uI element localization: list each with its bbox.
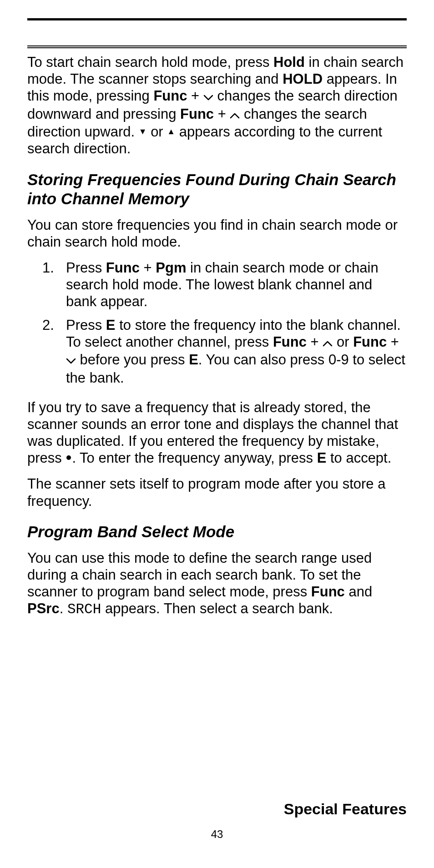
- dot-icon: [66, 455, 71, 460]
- text: or: [333, 334, 353, 350]
- text: +: [387, 334, 399, 350]
- numbered-list: Press Func + Pgm in chain search mode or…: [27, 259, 407, 386]
- page-number: 43: [0, 828, 434, 841]
- text: .: [60, 601, 67, 616]
- triangle-down-icon: ▼: [139, 127, 147, 137]
- heading-storing-frequencies: Storing Frequencies Found During Chain S…: [27, 170, 407, 208]
- func-label: Func: [180, 106, 214, 122]
- e-label: E: [106, 317, 116, 333]
- chevron-down-icon: [203, 88, 213, 105]
- text: +: [187, 88, 203, 104]
- psrc-label: PSrc: [27, 601, 60, 616]
- text: To start chain search hold mode, press: [27, 54, 273, 70]
- text: +: [307, 334, 323, 350]
- list-item: Press E to store the frequency into the …: [66, 317, 407, 386]
- pgm-label: Pgm: [156, 260, 186, 276]
- text: and: [345, 584, 372, 600]
- footer-section-title: Special Features: [284, 800, 407, 818]
- text: +: [214, 106, 230, 122]
- text: Press: [66, 317, 106, 333]
- list-item: Press Func + Pgm in chain search mode or…: [66, 259, 407, 310]
- func-label: Func: [311, 584, 345, 600]
- paragraph-store-intro: You can store frequencies you find in ch…: [27, 217, 407, 250]
- text: to accept.: [326, 450, 391, 466]
- e-label: E: [189, 352, 198, 368]
- text: appears. Then select a search bank.: [101, 601, 333, 616]
- hold-label: Hold: [273, 54, 305, 70]
- paragraph-duplicate: If you try to save a frequency that is a…: [27, 399, 407, 467]
- text: +: [140, 260, 156, 276]
- hold-caps-label: HOLD: [283, 71, 323, 87]
- func-label: Func: [273, 334, 307, 350]
- func-label: Func: [153, 88, 187, 104]
- paragraph-band-select: You can use this mode to define the sear…: [27, 550, 407, 618]
- top-rule-thick: [27, 18, 407, 20]
- text: . To enter the frequency anyway, press: [72, 450, 317, 466]
- paragraph-program-mode: The scanner sets itself to program mode …: [27, 475, 407, 509]
- top-rule-double: [27, 45, 407, 48]
- chevron-up-icon: [323, 333, 333, 350]
- text: or: [147, 124, 167, 140]
- chevron-down-icon: [66, 351, 76, 368]
- e-label: E: [317, 450, 327, 466]
- text: before you press: [76, 352, 189, 368]
- triangle-up-icon: ▲: [167, 127, 175, 137]
- text: Press: [66, 260, 106, 276]
- srch-code: SRCH: [67, 601, 101, 617]
- func-label: Func: [353, 334, 387, 350]
- func-label: Func: [106, 260, 140, 276]
- heading-program-band: Program Band Select Mode: [27, 522, 407, 541]
- paragraph-intro: To start chain search hold mode, press H…: [27, 54, 407, 157]
- chevron-up-icon: [230, 106, 240, 122]
